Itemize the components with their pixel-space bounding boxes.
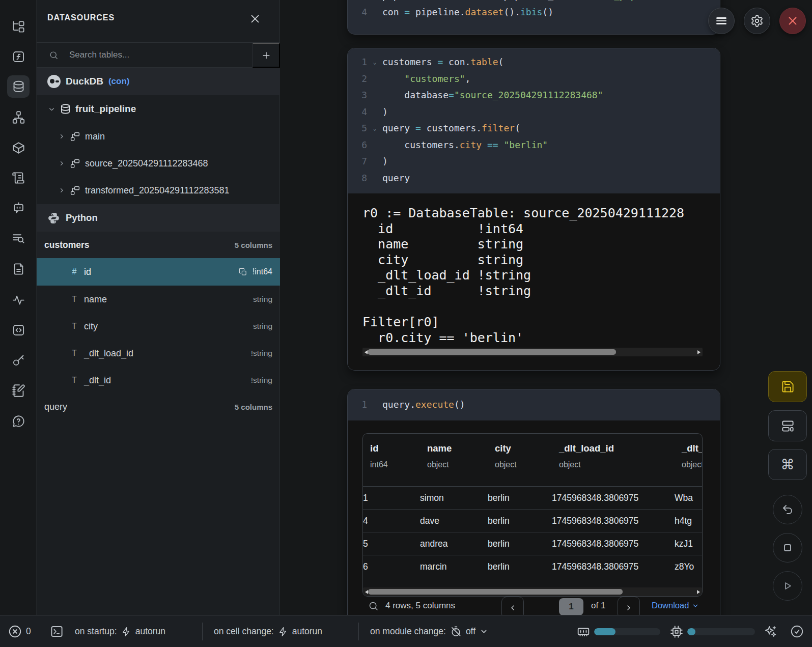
search-input[interactable]: Search tables...	[69, 50, 129, 60]
column-row-dlt-load-id[interactable]: T _dlt_load_id !string	[37, 340, 280, 367]
page-number-input[interactable]: 1	[559, 598, 583, 615]
on-startup-setting[interactable]: on startup: autorun	[75, 615, 165, 647]
table-row[interactable]: 5andreaberlin1745968348.3806975kzJ1	[363, 532, 702, 555]
code-text[interactable]: )	[382, 104, 388, 121]
box-icon[interactable]	[7, 136, 30, 159]
memory-meter	[594, 628, 660, 635]
on-cell-change-setting[interactable]: on cell change: autorun	[214, 615, 322, 647]
network-icon[interactable]	[7, 106, 30, 128]
scrollbar-thumb[interactable]	[368, 349, 616, 355]
horizontal-scrollbar[interactable]	[362, 348, 703, 356]
column-row-dlt-id[interactable]: T _dlt_id !string	[37, 367, 280, 394]
chevron-right-icon[interactable]	[58, 133, 65, 140]
column-type: string	[253, 295, 272, 304]
file-tree-icon[interactable]	[7, 15, 30, 38]
horizontal-scrollbar[interactable]	[363, 587, 702, 596]
code-text[interactable]: "customers",	[382, 71, 470, 88]
code-cell-1[interactable]: pipeline = dlt.attach(pipeline_name="fru…	[348, 0, 720, 34]
database-icon[interactable]	[7, 75, 30, 98]
scroll-right-arrow-icon[interactable]	[697, 350, 701, 354]
chevron-right-icon[interactable]	[58, 160, 65, 167]
code-text[interactable]: customers.city == "berlin"	[382, 137, 548, 154]
schema-name: transformed_202504291112283581	[85, 185, 230, 196]
column-header[interactable]: _dlt_load_id	[552, 443, 675, 454]
line-number: 1	[352, 397, 367, 413]
code-text[interactable]: query	[382, 170, 410, 187]
scrollbar-thumb[interactable]	[368, 589, 623, 595]
table-row[interactable]: 1simonberlin1745968348.3806975Wba	[363, 487, 702, 510]
code-cell-3[interactable]: 1query.execute() id name city _dlt_load_…	[348, 389, 720, 631]
string-type-icon: T	[69, 322, 79, 331]
code-cell-2[interactable]: 1⌄customers = con.table( 2 "customers", …	[348, 48, 720, 370]
column-name: id	[84, 267, 91, 277]
code-text[interactable]: customers = con.table(	[382, 54, 503, 71]
add-datasource-button[interactable]	[253, 43, 280, 68]
file-text-icon[interactable]	[7, 258, 30, 280]
tree-item-schema-main[interactable]: main	[37, 123, 280, 150]
close-panel-button[interactable]	[249, 12, 263, 25]
code-text[interactable]: database="source_202504291112283468"	[382, 87, 603, 104]
column-header[interactable]: id	[363, 443, 420, 454]
layout-toggle-button[interactable]	[768, 410, 807, 441]
column-header[interactable]: name	[420, 443, 488, 454]
table-row[interactable]: 6marcinberlin1745968348.3806975z8Yo	[363, 555, 702, 578]
hamburger-icon	[716, 16, 726, 26]
tree-item-schema-source[interactable]: source_202504291112283468	[37, 150, 280, 177]
stop-square-icon	[781, 542, 794, 554]
command-palette-button[interactable]: ⌘	[768, 449, 807, 480]
notebook-menu-button[interactable]	[708, 8, 735, 34]
fold-chevron-icon[interactable]: ⌄	[369, 120, 380, 137]
settings-button[interactable]	[744, 8, 770, 34]
function-square-icon[interactable]	[7, 45, 30, 68]
copy-icon[interactable]	[239, 268, 247, 276]
fold-chevron-icon[interactable]: ⌄	[369, 54, 380, 71]
table-header-customers[interactable]: customers 5 columns	[37, 232, 280, 258]
download-link[interactable]: Download	[652, 601, 699, 610]
bot-message-icon[interactable]	[7, 196, 30, 219]
help-circle-icon[interactable]	[7, 410, 30, 432]
connection-status-button[interactable]	[790, 615, 804, 647]
scroll-text-icon[interactable]	[7, 166, 30, 189]
code-square-icon[interactable]	[7, 319, 30, 341]
tree-item-database[interactable]: fruit_pipeline	[37, 95, 280, 123]
search-icon[interactable]	[368, 601, 379, 611]
run-button[interactable]	[773, 571, 802, 601]
scroll-right-arrow-icon[interactable]	[697, 590, 700, 594]
column-type: !string	[251, 376, 272, 385]
code-editor[interactable]: 1⌄customers = con.table( 2 "customers", …	[348, 48, 720, 193]
error-count[interactable]: 0	[8, 615, 31, 647]
chevron-right-icon[interactable]	[58, 187, 65, 194]
shutdown-button[interactable]	[779, 8, 806, 34]
stop-button[interactable]	[773, 533, 802, 562]
duckdb-logo-icon	[47, 75, 61, 88]
column-name: _dlt_load_id	[84, 348, 133, 359]
code-text[interactable]: )	[382, 153, 388, 170]
column-type: string	[253, 322, 272, 331]
connection-duckdb[interactable]: DuckDB (con)	[37, 68, 280, 95]
table-row[interactable]: 4daveberlin1745968348.3806975h4tg	[363, 510, 702, 532]
code-editor[interactable]: 1query.execute()	[348, 389, 720, 420]
close-x-icon	[787, 15, 798, 26]
list-search-icon[interactable]	[7, 227, 30, 249]
notebook-pen-icon[interactable]	[7, 379, 30, 402]
column-row-city[interactable]: T city string	[37, 313, 280, 340]
column-row-id[interactable]: # id !int64	[37, 258, 280, 286]
section-python[interactable]: Python	[37, 204, 280, 232]
code-text[interactable]: query = customers.filter(	[382, 120, 520, 137]
terminal-button[interactable]	[50, 615, 64, 647]
cpu-usage	[670, 615, 755, 647]
chevron-down-icon[interactable]	[48, 105, 55, 113]
column-row-name[interactable]: T name string	[37, 286, 280, 313]
undo-button[interactable]	[773, 495, 802, 524]
activity-icon[interactable]	[7, 288, 30, 311]
table-header-query[interactable]: query 5 columns	[37, 393, 280, 420]
save-button[interactable]	[768, 371, 807, 402]
tree-item-schema-transformed[interactable]: transformed_202504291112283581	[37, 177, 280, 204]
key-icon[interactable]	[7, 349, 30, 371]
code-text[interactable]: query.execute()	[382, 397, 465, 413]
column-header[interactable]: _dlt_id	[675, 443, 703, 454]
on-module-change-setting[interactable]: on module change: off	[370, 615, 488, 647]
ai-assistant-button[interactable]	[764, 615, 777, 647]
column-header[interactable]: city	[488, 443, 552, 454]
code-text[interactable]: con = pipeline.dataset().ibis()	[382, 4, 553, 21]
